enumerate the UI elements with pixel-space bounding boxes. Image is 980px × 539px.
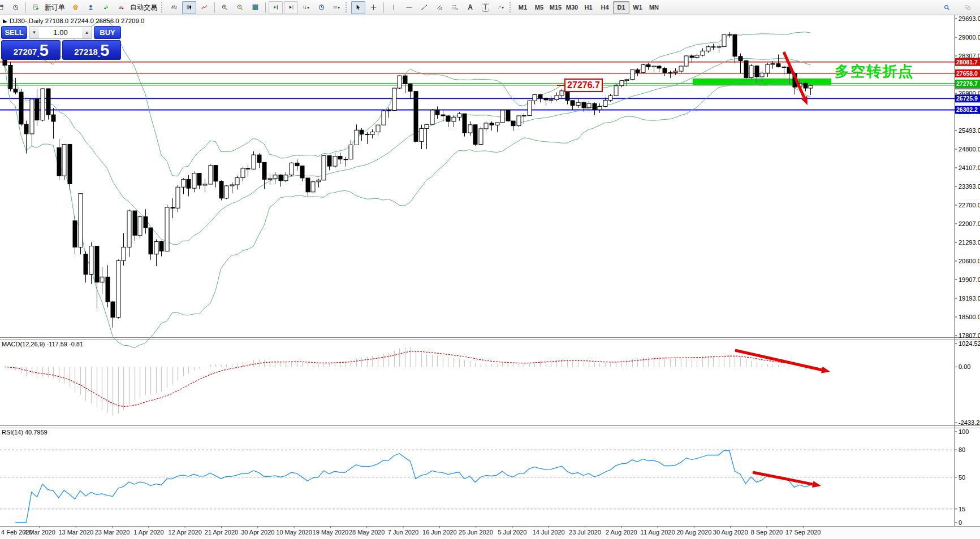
main-axis-tick: 29693.0 (959, 15, 980, 22)
buy-price-pips: 5 (100, 42, 109, 59)
chart-shift-icon[interactable] (269, 1, 283, 14)
text-tool[interactable]: A (463, 1, 477, 14)
date-label: 25 Jun 2020 (459, 529, 493, 536)
toolbar-grip (346, 2, 348, 12)
main-axis-tick: 22700.0 (959, 202, 980, 208)
main-axis-tick: 24107.0 (959, 164, 980, 171)
main-axis-tick: 25493.0 (959, 127, 980, 134)
chevron-down-icon: ▾ (307, 5, 309, 10)
rsi-label: RSI(14) 40.7959 (2, 429, 48, 436)
profiles-icon[interactable]: ▾ (330, 1, 344, 14)
main-axis-tick: 18500.0 (959, 314, 980, 320)
chevron-down-icon: ▾ (502, 5, 504, 10)
trendline-tool-icon[interactable] (417, 1, 431, 14)
market-icon[interactable] (68, 1, 83, 14)
timeframe-M5[interactable]: M5 (531, 1, 547, 14)
volume-down-icon[interactable]: ▼ (29, 27, 39, 38)
volume-stepper[interactable]: ▼ 1.00 ▲ (29, 26, 92, 39)
cursor-tool-icon[interactable] (351, 1, 365, 14)
date-label: 30 Apr 2020 (241, 529, 274, 536)
date-label: 16 Jun 2020 (422, 529, 457, 536)
arrows-tool-icon[interactable]: ▾ (494, 1, 508, 14)
main-axis-tick: 22007.0 (959, 220, 980, 227)
date-label: 10 May 2020 (276, 529, 312, 536)
chart-canvas[interactable]: 29693.029000.028307.027614.026900.026207… (0, 0, 980, 539)
tile-windows-icon[interactable] (248, 1, 262, 14)
horizontal-line-tool-icon[interactable] (402, 1, 416, 14)
svg-text:26725.9: 26725.9 (956, 95, 978, 102)
buy-button[interactable]: BUY (94, 26, 121, 39)
timeframe-W1[interactable]: W1 (629, 1, 646, 14)
main-toolbar: 新订单自动交易▾▾AT▾M1M5M15M30H1H4D1W1MN (0, 0, 980, 15)
timeframe-D1[interactable]: D1 (613, 1, 629, 14)
date-label: 19 May 2020 (313, 529, 349, 536)
svg-text:27658.0: 27658.0 (956, 70, 978, 77)
svg-text:15: 15 (959, 506, 965, 512)
signals-icon[interactable] (99, 1, 113, 14)
date-label: 17 Sep 2020 (785, 529, 821, 536)
community-icon[interactable] (84, 1, 98, 14)
strategy-tester-icon[interactable] (8, 1, 23, 14)
new-order-icon[interactable] (29, 1, 43, 14)
toolbar-separator (214, 2, 215, 13)
label-tool[interactable]: T (478, 1, 493, 14)
main-axis-tick: 20600.0 (959, 258, 980, 264)
main-axis-tick: 21293.0 (959, 239, 980, 246)
candlestick-mode-icon[interactable] (182, 1, 196, 14)
fibonacci-tool-icon[interactable] (448, 1, 462, 14)
buy-price[interactable]: 27218.5 (62, 40, 122, 60)
svg-text:100: 100 (959, 428, 969, 435)
timeframe-MN[interactable]: MN (646, 1, 662, 14)
date-label: 21 Apr 2020 (205, 529, 238, 536)
date-label: 8 Sep 2020 (751, 529, 783, 536)
timeframe-M30[interactable]: M30 (564, 1, 580, 14)
volume-value[interactable]: 1.00 (39, 28, 82, 37)
timeframe-H4[interactable]: H4 (597, 1, 613, 14)
date-label: 28 May 2020 (349, 529, 385, 536)
new-order-label[interactable]: 新订单 (45, 3, 65, 12)
channel-tool-icon[interactable] (433, 1, 447, 14)
toolbar-separator (265, 2, 266, 13)
toolbar-separator (383, 2, 384, 13)
sell-button[interactable]: SELL (1, 26, 27, 39)
main-axis-tick: 19193.0 (959, 295, 980, 302)
date-label: 23 Mar 2020 (95, 529, 130, 536)
line-chart-mode-icon[interactable] (197, 1, 211, 14)
toolbar-grip (510, 2, 512, 12)
timeframe-M1[interactable]: M1 (515, 1, 531, 14)
svg-text:0.00: 0.00 (959, 363, 970, 370)
chevron-down-icon: ▾ (338, 5, 340, 10)
main-axis-tick: 29000.0 (959, 34, 980, 41)
timeframe-H1[interactable]: H1 (580, 1, 597, 14)
search-icon[interactable] (940, 1, 954, 14)
bar-chart-mode-icon[interactable] (167, 1, 181, 14)
auto-trading-icon[interactable] (114, 1, 128, 14)
new-chart-icon[interactable]: ▾ (299, 1, 313, 14)
volume-up-icon[interactable]: ▲ (82, 27, 92, 38)
crosshair-tool-icon[interactable] (366, 1, 381, 14)
chart-window-icon[interactable] (0, 1, 7, 14)
svg-text:0: 0 (959, 519, 962, 526)
timeframe-M15[interactable]: M15 (547, 1, 564, 14)
toolbar-separator (25, 2, 26, 13)
date-label: 20 Aug 2020 (677, 529, 712, 536)
zoom-out-icon[interactable] (233, 1, 247, 14)
auto-trading-label[interactable]: 自动交易 (130, 3, 157, 12)
date-label: 11 Aug 2020 (641, 529, 675, 536)
chart-title: DJ30-,Daily 27108.0 27244.0 26856.0 2720… (10, 18, 145, 24)
svg-text:1024.52: 1024.52 (959, 340, 980, 347)
date-label: 7 Jun 2020 (388, 529, 418, 536)
zoom-in-icon[interactable] (218, 1, 232, 14)
one-click-trading-panel: SELL ▼ 1.00 ▲ BUY 27207.5 27218.5 (1, 26, 121, 60)
vertical-line-tool-icon[interactable] (387, 1, 401, 14)
clock-icon[interactable] (314, 1, 329, 14)
chat-icon[interactable] (961, 1, 975, 14)
auto-scroll-icon[interactable] (284, 1, 298, 14)
toolbar-grip (161, 2, 164, 12)
svg-text:27276.7: 27276.7 (956, 80, 978, 87)
main-axis-tick: 17807.0 (959, 332, 980, 339)
date-label: 23 Jul 2020 (569, 529, 601, 536)
main-axis-tick: 24800.0 (959, 146, 980, 153)
sell-price[interactable]: 27207.5 (1, 40, 61, 60)
date-label: 2 Aug 2020 (606, 529, 637, 536)
